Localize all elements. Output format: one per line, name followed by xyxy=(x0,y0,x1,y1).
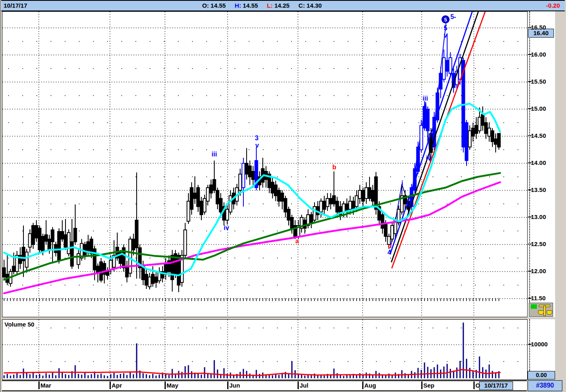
price-axis-label: 11.50 xyxy=(531,295,553,301)
month-tick xyxy=(165,381,166,389)
volume-chart-canvas xyxy=(2,320,527,379)
price-chart-panel[interactable]: iiiiv3vabc4iiiiiiiv5-5v5 xyxy=(2,11,528,317)
price-gridlines xyxy=(2,12,527,317)
wave-label[interactable]: a xyxy=(296,238,299,244)
month-label: O xyxy=(475,382,480,389)
month-label: May xyxy=(167,382,178,389)
close-value: 14.30 xyxy=(306,2,322,9)
price-axis-label: 16.50 xyxy=(531,24,553,31)
wave-label[interactable]: i xyxy=(401,179,403,186)
price-chart-canvas: iiiiv3vabc4iiiiiiiv5-5v5 xyxy=(2,12,527,317)
volume-bars xyxy=(4,322,500,378)
month-label: Jul xyxy=(300,382,308,389)
price-axis-label: 15.00 xyxy=(531,105,553,112)
ohlc-readout: O: 14.55 H: 14.55 L: 14.25 C: 14.30 xyxy=(202,2,329,9)
price-axis[interactable]: 16.40 16.5016.0015.5015.0014.5014.0013.5… xyxy=(528,11,555,317)
wave-label[interactable]: 3 xyxy=(255,135,259,141)
quote-info-bar: 10/17/17 O: 14.55 H: 14.55 L: 14.25 C: 1… xyxy=(1,0,565,11)
app-logo-icon[interactable] xyxy=(529,303,553,317)
volume-zero-tag: 0.00 xyxy=(528,371,555,379)
logo-green-square xyxy=(531,304,537,309)
price-axis-label: 16.00 xyxy=(531,51,553,58)
wave-label[interactable]: 5 xyxy=(444,25,448,32)
wave-label[interactable]: b xyxy=(332,164,336,171)
volume-axis-line xyxy=(529,319,530,371)
month-label: Sep xyxy=(423,382,435,389)
cursor-date: 10/17/17 xyxy=(4,2,27,9)
price-axis-label: 14.50 xyxy=(531,132,553,139)
high-value: 14.55 xyxy=(243,2,258,9)
date-axis[interactable]: 10/17/17 MarAprMayJunJulAugSepO xyxy=(2,380,527,391)
price-axis-line xyxy=(529,11,530,302)
wave-label[interactable]: v xyxy=(444,32,448,39)
volume-gridlines xyxy=(2,320,527,379)
wave-label[interactable]: iv xyxy=(224,224,229,231)
price-axis-label: 13.50 xyxy=(531,186,553,193)
blue-channel-line[interactable] xyxy=(390,12,472,254)
wave-label[interactable]: iv xyxy=(426,155,431,162)
wave-labels: iiiiv3vabc4iiiiiiiv5-5v xyxy=(211,13,456,256)
fast-ma-line xyxy=(4,104,500,276)
price-axis-label: 12.50 xyxy=(531,240,553,247)
low-label: L: xyxy=(267,2,272,9)
daily-tick-row xyxy=(4,298,499,301)
month-tick xyxy=(473,381,475,389)
month-tick xyxy=(298,381,299,389)
contract-number-badge[interactable]: #3890 xyxy=(528,380,562,391)
price-axis-label: 13.00 xyxy=(531,213,553,220)
volume-axis[interactable]: 0.00 10000 xyxy=(528,319,555,379)
month-label: Aug xyxy=(364,382,376,389)
volume-axis-label: 10000 xyxy=(531,341,553,348)
logo-scale-right-pan xyxy=(547,310,552,315)
wave-label[interactable]: 5- xyxy=(450,13,456,20)
wave-label[interactable]: v xyxy=(256,142,259,149)
volume-indicator-label: Volume 50 xyxy=(4,321,34,328)
high-label: H: xyxy=(235,2,241,9)
month-tick xyxy=(227,381,228,389)
price-axis-label: 12.00 xyxy=(531,268,553,274)
month-label: Mar xyxy=(40,382,51,389)
selected-date-box[interactable]: 10/17/17 xyxy=(479,381,513,390)
wave-label[interactable]: iii xyxy=(422,95,428,102)
open-value: 14.55 xyxy=(211,2,226,9)
month-tick xyxy=(362,381,363,389)
svg-text:5: 5 xyxy=(444,17,447,23)
price-axis-label: 15.50 xyxy=(531,78,553,85)
month-tick xyxy=(421,381,422,389)
slow-ma-line xyxy=(4,182,500,293)
month-label: Apr xyxy=(112,382,122,389)
wave-label[interactable]: c xyxy=(388,242,392,249)
logo-scale-left-pan xyxy=(538,310,544,315)
volume-chart-panel[interactable] xyxy=(2,319,528,380)
month-tick xyxy=(38,381,40,389)
open-label: O: xyxy=(202,2,209,9)
month-label: Jun xyxy=(229,382,240,389)
circled-wave-5-label[interactable]: 5 xyxy=(441,15,450,23)
month-tick xyxy=(110,381,111,389)
price-axis-label: 14.00 xyxy=(531,159,553,166)
wave-label[interactable]: ii xyxy=(408,201,411,208)
net-change-value: -0.20 xyxy=(546,2,560,9)
charting-application-window: 10/17/17 O: 14.55 H: 14.55 L: 14.25 C: 1… xyxy=(0,0,566,392)
low-value: 14.25 xyxy=(275,2,290,9)
wave-label[interactable]: 4 xyxy=(388,249,391,256)
wave-label[interactable]: iii xyxy=(211,151,217,158)
close-label: C: xyxy=(298,2,305,9)
